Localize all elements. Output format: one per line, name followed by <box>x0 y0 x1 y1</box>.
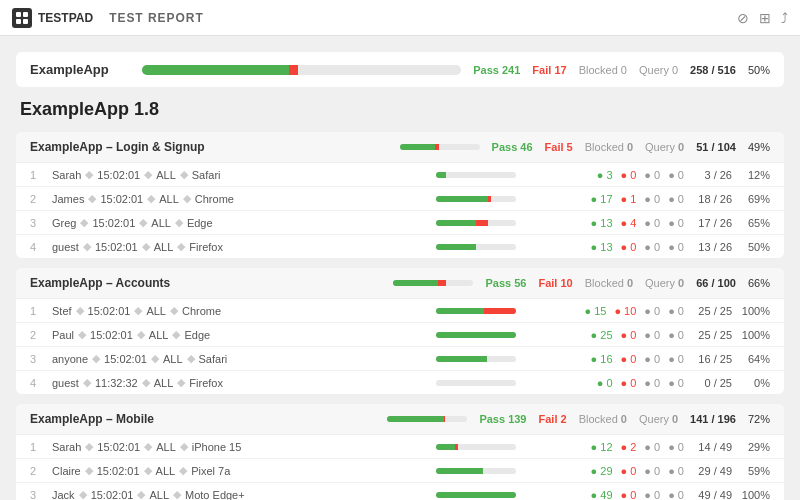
row-bar-pass <box>436 356 487 362</box>
row-progress-bar <box>436 244 516 250</box>
row-progress-bar <box>436 492 516 498</box>
row-env: ALL <box>156 465 176 477</box>
row-stats: ● 12● 2● 0● 0 <box>524 441 684 453</box>
row-time: 15:02:01 <box>95 241 138 253</box>
row-info: Claire◆15:02:01◆ALL◆Pixel 7a <box>52 464 428 477</box>
row-user: guest <box>52 241 79 253</box>
row-browser: Moto Edge+ <box>185 489 245 501</box>
main-content: ExampleApp Pass 241 Fail 17 Blocked 0 Qu… <box>0 36 800 500</box>
summary-query: 0 <box>672 64 678 76</box>
row-time: 15:02:01 <box>92 217 135 229</box>
row-number: 4 <box>30 377 44 389</box>
table-row: 2James◆15:02:01◆ALL◆Chrome● 17● 1● 0● 01… <box>16 187 784 211</box>
group-bar <box>387 416 467 422</box>
logo-icon <box>12 8 32 28</box>
share-icon[interactable]: ⤴ <box>781 10 788 26</box>
row-browser: Edge <box>184 329 210 341</box>
row-time: 11:32:32 <box>95 377 138 389</box>
row-env: ALL <box>154 241 174 253</box>
row-browser: Edge <box>187 217 213 229</box>
row-pct: 69% <box>740 193 770 205</box>
row-user: guest <box>52 377 79 389</box>
row-number: 3 <box>30 353 44 365</box>
row-env: ALL <box>146 305 166 317</box>
row-progress-bar <box>436 172 516 178</box>
row-pct: 12% <box>740 169 770 181</box>
row-bar-fail <box>488 196 491 202</box>
group-name: ExampleApp – Login & Signup <box>30 140 388 154</box>
row-bar-pass <box>436 220 476 226</box>
row-browser: Pixel 7a <box>191 465 230 477</box>
row-bar-pass <box>436 172 446 178</box>
row-info: anyone◆15:02:01◆ALL◆Safari <box>52 352 428 365</box>
row-bar-pass <box>436 444 455 450</box>
svg-rect-0 <box>16 12 21 17</box>
table-row: 4guest◆11:32:32◆ALL◆Firefox● 0● 0● 0● 00… <box>16 371 784 394</box>
row-bar-pass <box>436 244 476 250</box>
group-stats: Pass 139Fail 2Blocked 0Query 0141 / 1967… <box>479 413 770 425</box>
row-stats: ● 15● 10● 0● 0 <box>524 305 684 317</box>
row-progress-bar <box>436 356 516 362</box>
row-count: 17 / 26 <box>692 217 732 229</box>
row-pct: 50% <box>740 241 770 253</box>
group-bar-fail <box>444 416 445 422</box>
row-pct: 64% <box>740 353 770 365</box>
group-bar <box>400 144 480 150</box>
row-env: ALL <box>163 353 183 365</box>
row-number: 1 <box>30 169 44 181</box>
summary-row: ExampleApp Pass 241 Fail 17 Blocked 0 Qu… <box>16 52 784 87</box>
row-pct: 100% <box>740 329 770 341</box>
group: ExampleApp – Login & SignupPass 46Fail 5… <box>16 132 784 258</box>
row-number: 3 <box>30 489 44 501</box>
wifi-icon[interactable]: ⊘ <box>737 10 749 26</box>
row-time: 15:02:01 <box>100 193 143 205</box>
row-count: 13 / 26 <box>692 241 732 253</box>
row-bar-fail <box>455 444 458 450</box>
row-number: 2 <box>30 329 44 341</box>
row-bar-pass <box>436 308 484 314</box>
row-progress-bar <box>436 332 516 338</box>
group-bar-pass <box>400 144 435 150</box>
row-time: 15:02:01 <box>104 353 147 365</box>
row-number: 1 <box>30 441 44 453</box>
row-browser: Chrome <box>182 305 221 317</box>
table-row: 2Claire◆15:02:01◆ALL◆Pixel 7a● 29● 0● 0●… <box>16 459 784 483</box>
section-title: ExampleApp 1.8 <box>16 99 784 120</box>
row-stats: ● 0● 0● 0● 0 <box>524 377 684 389</box>
row-count: 16 / 25 <box>692 353 732 365</box>
row-user: Stef <box>52 305 72 317</box>
row-user: Paul <box>52 329 74 341</box>
table-row: 1Sarah◆15:02:01◆ALL◆iPhone 15● 12● 2● 0●… <box>16 435 784 459</box>
row-number: 2 <box>30 465 44 477</box>
row-info: James◆15:02:01◆ALL◆Chrome <box>52 192 428 205</box>
row-count: 14 / 49 <box>692 441 732 453</box>
row-browser: Chrome <box>195 193 234 205</box>
header-title: TEST REPORT <box>109 11 204 25</box>
group-header: ExampleApp – Login & SignupPass 46Fail 5… <box>16 132 784 163</box>
table-row: 4guest◆15:02:01◆ALL◆Firefox● 13● 0● 0● 0… <box>16 235 784 258</box>
group-bar-fail <box>438 280 446 286</box>
settings-icon[interactable]: ⊞ <box>759 10 771 26</box>
row-info: Stef◆15:02:01◆ALL◆Chrome <box>52 304 428 317</box>
row-time: 15:02:01 <box>97 465 140 477</box>
row-progress-bar <box>436 220 516 226</box>
row-count: 25 / 25 <box>692 329 732 341</box>
row-env: ALL <box>149 329 169 341</box>
row-stats: ● 13● 0● 0● 0 <box>524 241 684 253</box>
summary-progress-bar <box>142 65 461 75</box>
group-bar <box>393 280 473 286</box>
row-bar-pass <box>436 492 516 498</box>
row-count: 18 / 26 <box>692 193 732 205</box>
row-time: 15:02:01 <box>88 305 131 317</box>
logo: TESTPAD <box>12 8 93 28</box>
table-row: 3Jack◆15:02:01◆ALL◆Moto Edge+● 49● 0● 0●… <box>16 483 784 500</box>
row-pct: 59% <box>740 465 770 477</box>
row-user: Claire <box>52 465 81 477</box>
row-progress-bar <box>436 444 516 450</box>
table-row: 3Greg◆15:02:01◆ALL◆Edge● 13● 4● 0● 017 /… <box>16 211 784 235</box>
row-count: 29 / 49 <box>692 465 732 477</box>
summary-pct: 50% <box>748 64 770 76</box>
row-number: 4 <box>30 241 44 253</box>
row-number: 3 <box>30 217 44 229</box>
row-browser: Firefox <box>189 241 223 253</box>
